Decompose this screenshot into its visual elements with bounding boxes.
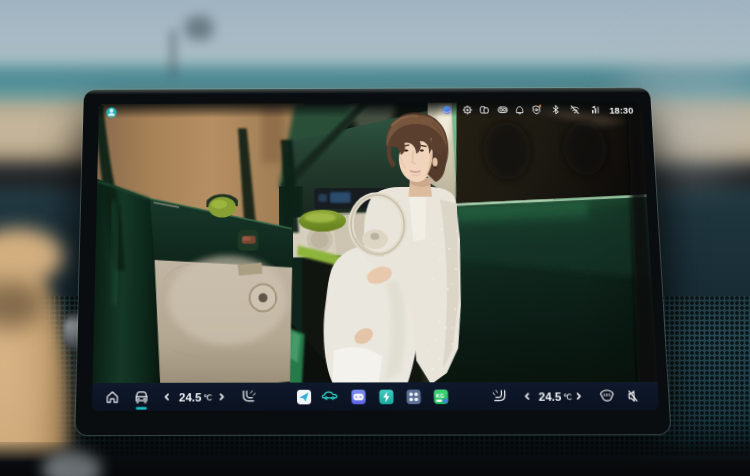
svg-text:℃: ℃ <box>563 393 572 402</box>
svg-text:KG: KG <box>436 393 444 400</box>
svg-text:24.5: 24.5 <box>538 390 561 403</box>
svg-text:℃: ℃ <box>204 394 213 403</box>
svg-text:18:30: 18:30 <box>609 105 633 115</box>
svg-text:24.5: 24.5 <box>179 390 202 403</box>
